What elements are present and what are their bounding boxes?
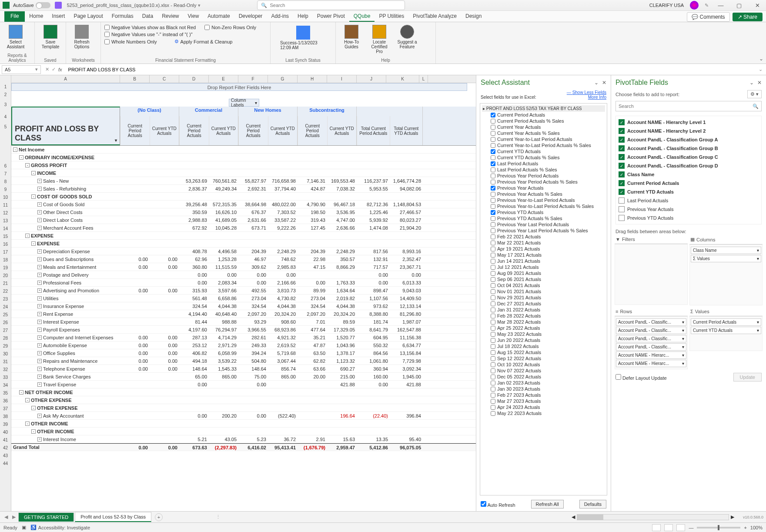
cell-value[interactable]: 116,237.97 bbox=[357, 177, 390, 184]
expand-icon[interactable]: + bbox=[37, 210, 42, 214]
row-header-40[interactable]: 40 bbox=[0, 428, 11, 436]
cell-value[interactable] bbox=[298, 388, 327, 396]
cell-value[interactable] bbox=[268, 404, 298, 412]
cell-value[interactable] bbox=[120, 240, 150, 247]
column-headers[interactable]: ABCDEFGHIJKL bbox=[11, 75, 476, 83]
cell-value[interactable]: 11,515.59 bbox=[209, 263, 238, 271]
sa-field-checkbox[interactable] bbox=[491, 143, 495, 148]
pf-field-checkbox[interactable]: ✓ bbox=[619, 119, 625, 125]
cell-value[interactable] bbox=[150, 240, 179, 247]
row-header-36[interactable]: 36 bbox=[0, 397, 11, 405]
cell-value[interactable]: 0.00 bbox=[150, 357, 179, 365]
cell-value[interactable] bbox=[390, 154, 423, 161]
pf-field-list[interactable]: ✓Account NAME - Hierarchy Level 1✓Accoun… bbox=[615, 116, 762, 224]
cell-value[interactable] bbox=[298, 412, 327, 419]
cell-value[interactable]: 11,156.38 bbox=[390, 334, 423, 341]
tab-qqube[interactable]: QQube bbox=[349, 11, 375, 22]
cell-value[interactable] bbox=[209, 146, 238, 153]
cell-value[interactable]: 33,587.22 bbox=[268, 216, 298, 224]
row-header-13[interactable]: 13 bbox=[0, 217, 11, 225]
cell-value[interactable]: 4,921.32 bbox=[268, 334, 298, 341]
tab-power-pivot[interactable]: Power Pivot bbox=[313, 11, 349, 22]
row-header-19[interactable]: 19 bbox=[0, 264, 11, 272]
sa-field-checkbox[interactable] bbox=[491, 155, 495, 160]
cell-value[interactable] bbox=[150, 193, 179, 200]
expand-icon[interactable]: + bbox=[37, 226, 42, 230]
pf-field-checkbox[interactable] bbox=[619, 215, 625, 221]
cell-value[interactable]: 1,043.96 bbox=[327, 341, 357, 349]
cell-value[interactable] bbox=[268, 428, 298, 435]
refresh-all-button[interactable]: Refresh All bbox=[531, 500, 564, 509]
sa-field-item[interactable]: Jul 18 2022 Actuals bbox=[482, 343, 605, 349]
sa-field-item[interactable]: Current Period Actuals bbox=[482, 112, 605, 118]
cell-value[interactable] bbox=[179, 232, 209, 239]
cell-value[interactable]: 4,730.82 bbox=[268, 294, 298, 302]
row-header-2[interactable]: 2 bbox=[0, 91, 11, 99]
zoom-in-button[interactable]: + bbox=[744, 525, 746, 530]
cell-value[interactable] bbox=[150, 279, 179, 286]
zoom-level[interactable]: 100% bbox=[750, 525, 763, 530]
cell-value[interactable]: 673.71 bbox=[238, 224, 268, 231]
apply-format-button[interactable]: ⚙ Apply Format & Cleanup bbox=[174, 38, 233, 45]
cell-value[interactable]: 1,253.28 bbox=[209, 255, 238, 263]
cell-value[interactable]: 37,794.40 bbox=[268, 185, 298, 192]
pf-area-pill[interactable]: Σ Values▾ bbox=[691, 255, 761, 262]
hscroll-right-icon[interactable]: ▶ bbox=[731, 514, 734, 520]
cell-value[interactable] bbox=[150, 302, 179, 310]
cell-value[interactable]: 360.94 bbox=[357, 365, 390, 372]
col-header-F[interactable]: F bbox=[238, 75, 268, 83]
sa-field-item[interactable]: May 17 2021 Actuals bbox=[482, 252, 605, 258]
cell-value[interactable]: 49,249.34 bbox=[209, 185, 238, 192]
sa-field-item[interactable]: Nov 07 2022 Actuals bbox=[482, 368, 605, 374]
cell-value[interactable] bbox=[238, 232, 268, 239]
cell-value[interactable]: 676.37 bbox=[238, 208, 268, 216]
accept-formula-icon[interactable]: ✓ bbox=[52, 67, 56, 72]
sa-field-item[interactable]: Previous YTD Actuals % Sales bbox=[482, 215, 605, 221]
cell-value[interactable] bbox=[357, 428, 390, 435]
cell-value[interactable] bbox=[298, 169, 327, 177]
sa-field-item[interactable]: Previous Year Actuals bbox=[482, 185, 605, 191]
cell-value[interactable]: 215.00 bbox=[327, 373, 357, 380]
expand-icon[interactable]: + bbox=[37, 202, 42, 207]
expand-icon[interactable]: + bbox=[37, 249, 42, 254]
sa-field-checkbox[interactable] bbox=[491, 350, 495, 355]
row-header-4[interactable]: 4 bbox=[0, 111, 11, 123]
cell-value[interactable]: 1,987.07 bbox=[390, 318, 423, 325]
cell-value[interactable]: 898.47 bbox=[357, 287, 390, 294]
cell-value[interactable] bbox=[298, 404, 327, 412]
defer-update-checkbox[interactable]: Defer Layout Update bbox=[615, 374, 667, 381]
cell-value[interactable]: 504.80 bbox=[238, 357, 268, 365]
row-header-25[interactable]: 25 bbox=[0, 311, 11, 319]
cell-value[interactable]: 22.98 bbox=[298, 255, 327, 263]
sa-field-checkbox[interactable] bbox=[491, 295, 495, 300]
cell-value[interactable] bbox=[390, 388, 423, 396]
expand-icon[interactable]: + bbox=[37, 359, 42, 363]
cell-value[interactable]: 3,966.55 bbox=[238, 326, 268, 333]
sa-field-checkbox[interactable] bbox=[491, 228, 495, 233]
row-header-32[interactable]: 32 bbox=[0, 366, 11, 374]
cell-value[interactable] bbox=[327, 396, 357, 404]
sa-field-checkbox[interactable] bbox=[491, 186, 495, 191]
sa-collapse-icon[interactable]: ⌄ bbox=[594, 80, 599, 86]
cell-value[interactable]: 1,634.64 bbox=[327, 287, 357, 294]
cell-value[interactable]: 0.00 bbox=[150, 341, 179, 349]
auto-refresh-checkbox[interactable]: Auto Refresh bbox=[481, 501, 515, 508]
tab-developer[interactable]: Developer bbox=[234, 11, 267, 22]
cell-value[interactable] bbox=[327, 428, 357, 435]
sa-field-item[interactable]: Current Year-to-Last Period Actuals bbox=[482, 136, 605, 142]
row-header-22[interactable]: 22 bbox=[0, 288, 11, 295]
cell-value[interactable]: 181.74 bbox=[357, 318, 390, 325]
cell-value[interactable] bbox=[268, 396, 298, 404]
cell-value[interactable]: 62.96 bbox=[179, 255, 209, 263]
tab-help[interactable]: Help bbox=[293, 11, 313, 22]
sa-field-item[interactable]: Feb 27 2023 Actuals bbox=[482, 392, 605, 398]
cell-value[interactable] bbox=[209, 240, 238, 247]
cell-value[interactable]: 4,194.40 bbox=[179, 310, 209, 318]
cell-value[interactable] bbox=[150, 224, 179, 231]
refresh-options-button[interactable]: Refresh Options bbox=[70, 24, 94, 50]
pf-area-pill[interactable]: Account PandL - Classific...▾ bbox=[616, 327, 686, 334]
cell-value[interactable]: 0.00 bbox=[120, 334, 150, 341]
cell-value[interactable]: 2,248.29 bbox=[268, 248, 298, 255]
sa-field-checkbox[interactable] bbox=[491, 289, 495, 294]
cell-value[interactable] bbox=[150, 185, 179, 192]
